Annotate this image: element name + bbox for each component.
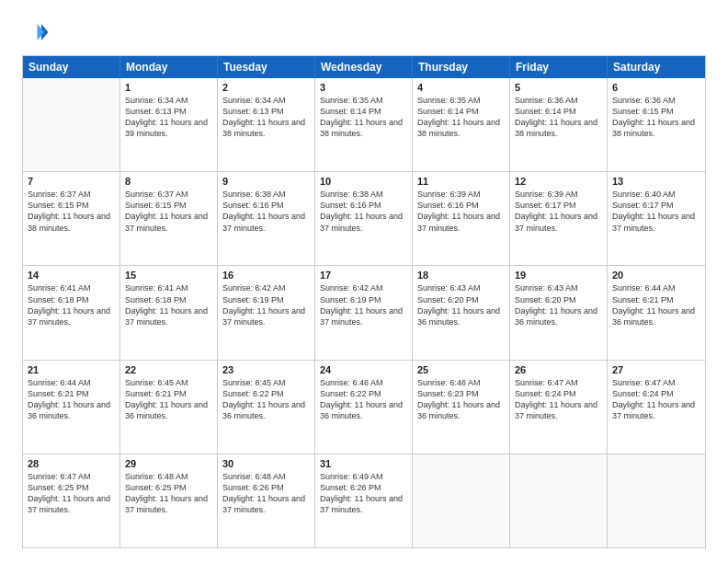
calendar-cell: 27Sunrise: 6:47 AMSunset: 6:24 PMDayligh… (608, 361, 705, 454)
cell-info: Sunrise: 6:48 AMSunset: 6:26 PMDaylight:… (222, 471, 310, 516)
day-number: 22 (125, 364, 212, 375)
day-number: 4 (417, 82, 505, 93)
calendar-cell: 29Sunrise: 6:48 AMSunset: 6:25 PMDayligh… (120, 454, 218, 547)
day-number: 20 (612, 270, 700, 281)
header-day-tuesday: Tuesday (218, 56, 315, 78)
calendar-cell: 30Sunrise: 6:48 AMSunset: 6:26 PMDayligh… (218, 454, 315, 547)
calendar-cell: 11Sunrise: 6:39 AMSunset: 6:16 PMDayligh… (413, 172, 510, 265)
day-number: 17 (320, 270, 407, 281)
calendar-cell: 28Sunrise: 6:47 AMSunset: 6:25 PMDayligh… (23, 454, 120, 547)
day-number: 12 (515, 176, 602, 187)
calendar-cell: 5Sunrise: 6:36 AMSunset: 6:14 PMDaylight… (510, 78, 608, 171)
calendar-cell: 1Sunrise: 6:34 AMSunset: 6:13 PMDaylight… (120, 78, 218, 171)
day-number: 1 (125, 82, 212, 93)
calendar-cell (608, 454, 705, 547)
calendar-cell: 17Sunrise: 6:42 AMSunset: 6:19 PMDayligh… (315, 266, 413, 359)
cell-info: Sunrise: 6:46 AMSunset: 6:22 PMDaylight:… (320, 377, 407, 422)
calendar-cell (23, 78, 120, 171)
header-day-monday: Monday (120, 56, 218, 78)
calendar-cell: 12Sunrise: 6:39 AMSunset: 6:17 PMDayligh… (510, 172, 608, 265)
day-number: 29 (125, 458, 212, 469)
day-number: 10 (320, 176, 407, 187)
calendar-cell (413, 454, 510, 547)
calendar-cell: 21Sunrise: 6:44 AMSunset: 6:21 PMDayligh… (23, 361, 120, 454)
day-number: 7 (28, 176, 115, 187)
header-day-thursday: Thursday (413, 56, 510, 78)
day-number: 30 (222, 458, 310, 469)
cell-info: Sunrise: 6:42 AMSunset: 6:19 PMDaylight:… (320, 282, 407, 327)
day-number: 14 (28, 270, 115, 281)
header-day-friday: Friday (510, 56, 608, 78)
cell-info: Sunrise: 6:41 AMSunset: 6:18 PMDaylight:… (28, 282, 115, 327)
day-number: 9 (222, 176, 310, 187)
day-number: 21 (28, 364, 115, 375)
cell-info: Sunrise: 6:34 AMSunset: 6:13 PMDaylight:… (125, 95, 212, 140)
day-number: 5 (515, 82, 602, 93)
calendar-row-0: 1Sunrise: 6:34 AMSunset: 6:13 PMDaylight… (23, 78, 705, 171)
header-day-sunday: Sunday (23, 56, 120, 78)
header-day-saturday: Saturday (608, 56, 705, 78)
cell-info: Sunrise: 6:36 AMSunset: 6:14 PMDaylight:… (515, 95, 602, 140)
cell-info: Sunrise: 6:35 AMSunset: 6:14 PMDaylight:… (417, 95, 505, 140)
day-number: 25 (417, 364, 505, 375)
cell-info: Sunrise: 6:45 AMSunset: 6:21 PMDaylight:… (125, 377, 212, 422)
calendar-cell: 3Sunrise: 6:35 AMSunset: 6:14 PMDaylight… (315, 78, 413, 171)
day-number: 27 (612, 364, 700, 375)
calendar-header: SundayMondayTuesdayWednesdayThursdayFrid… (23, 56, 705, 78)
page: SundayMondayTuesdayWednesdayThursdayFrid… (0, 0, 728, 563)
day-number: 18 (417, 270, 505, 281)
day-number: 2 (222, 82, 310, 93)
calendar-cell: 24Sunrise: 6:46 AMSunset: 6:22 PMDayligh… (315, 361, 413, 454)
calendar-body: 1Sunrise: 6:34 AMSunset: 6:13 PMDaylight… (23, 78, 705, 547)
day-number: 11 (417, 176, 505, 187)
cell-info: Sunrise: 6:47 AMSunset: 6:24 PMDaylight:… (515, 377, 602, 422)
cell-info: Sunrise: 6:37 AMSunset: 6:15 PMDaylight:… (125, 189, 212, 234)
cell-info: Sunrise: 6:35 AMSunset: 6:14 PMDaylight:… (320, 95, 407, 140)
cell-info: Sunrise: 6:44 AMSunset: 6:21 PMDaylight:… (612, 282, 700, 327)
cell-info: Sunrise: 6:48 AMSunset: 6:25 PMDaylight:… (125, 471, 212, 516)
calendar-cell: 31Sunrise: 6:49 AMSunset: 6:26 PMDayligh… (315, 454, 413, 547)
calendar-row-4: 28Sunrise: 6:47 AMSunset: 6:25 PMDayligh… (23, 454, 705, 547)
calendar-cell: 18Sunrise: 6:43 AMSunset: 6:20 PMDayligh… (413, 266, 510, 359)
cell-info: Sunrise: 6:39 AMSunset: 6:16 PMDaylight:… (417, 189, 505, 234)
calendar-cell: 9Sunrise: 6:38 AMSunset: 6:16 PMDaylight… (218, 172, 315, 265)
cell-info: Sunrise: 6:47 AMSunset: 6:25 PMDaylight:… (28, 471, 115, 516)
day-number: 15 (125, 270, 212, 281)
calendar-row-2: 14Sunrise: 6:41 AMSunset: 6:18 PMDayligh… (23, 265, 705, 359)
calendar-cell: 14Sunrise: 6:41 AMSunset: 6:18 PMDayligh… (23, 266, 120, 359)
calendar-cell: 20Sunrise: 6:44 AMSunset: 6:21 PMDayligh… (608, 266, 705, 359)
day-number: 24 (320, 364, 407, 375)
cell-info: Sunrise: 6:47 AMSunset: 6:24 PMDaylight:… (612, 377, 700, 422)
cell-info: Sunrise: 6:38 AMSunset: 6:16 PMDaylight:… (320, 189, 407, 234)
cell-info: Sunrise: 6:45 AMSunset: 6:22 PMDaylight:… (222, 377, 310, 422)
calendar-cell: 13Sunrise: 6:40 AMSunset: 6:17 PMDayligh… (608, 172, 705, 265)
calendar-cell: 2Sunrise: 6:34 AMSunset: 6:13 PMDaylight… (218, 78, 315, 171)
cell-info: Sunrise: 6:46 AMSunset: 6:23 PMDaylight:… (417, 377, 505, 422)
logo-icon (22, 18, 50, 46)
day-number: 3 (320, 82, 407, 93)
cell-info: Sunrise: 6:37 AMSunset: 6:15 PMDaylight:… (28, 189, 115, 234)
day-number: 26 (515, 364, 602, 375)
calendar-cell: 15Sunrise: 6:41 AMSunset: 6:18 PMDayligh… (120, 266, 218, 359)
calendar-cell: 25Sunrise: 6:46 AMSunset: 6:23 PMDayligh… (413, 361, 510, 454)
cell-info: Sunrise: 6:42 AMSunset: 6:19 PMDaylight:… (222, 282, 310, 327)
calendar-cell: 8Sunrise: 6:37 AMSunset: 6:15 PMDaylight… (120, 172, 218, 265)
cell-info: Sunrise: 6:43 AMSunset: 6:20 PMDaylight:… (417, 282, 505, 327)
calendar-row-3: 21Sunrise: 6:44 AMSunset: 6:21 PMDayligh… (23, 360, 705, 454)
cell-info: Sunrise: 6:44 AMSunset: 6:21 PMDaylight:… (28, 377, 115, 422)
calendar-cell: 6Sunrise: 6:36 AMSunset: 6:15 PMDaylight… (608, 78, 705, 171)
calendar-cell: 4Sunrise: 6:35 AMSunset: 6:14 PMDaylight… (413, 78, 510, 171)
day-number: 23 (222, 364, 310, 375)
day-number: 31 (320, 458, 407, 469)
calendar-cell: 26Sunrise: 6:47 AMSunset: 6:24 PMDayligh… (510, 361, 608, 454)
calendar-cell: 23Sunrise: 6:45 AMSunset: 6:22 PMDayligh… (218, 361, 315, 454)
cell-info: Sunrise: 6:34 AMSunset: 6:13 PMDaylight:… (222, 95, 310, 140)
cell-info: Sunrise: 6:36 AMSunset: 6:15 PMDaylight:… (612, 95, 700, 140)
day-number: 19 (515, 270, 602, 281)
day-number: 16 (222, 270, 310, 281)
cell-info: Sunrise: 6:39 AMSunset: 6:17 PMDaylight:… (515, 189, 602, 234)
calendar-cell: 22Sunrise: 6:45 AMSunset: 6:21 PMDayligh… (120, 361, 218, 454)
cell-info: Sunrise: 6:38 AMSunset: 6:16 PMDaylight:… (222, 189, 310, 234)
cell-info: Sunrise: 6:49 AMSunset: 6:26 PMDaylight:… (320, 471, 407, 516)
calendar-cell: 10Sunrise: 6:38 AMSunset: 6:16 PMDayligh… (315, 172, 413, 265)
